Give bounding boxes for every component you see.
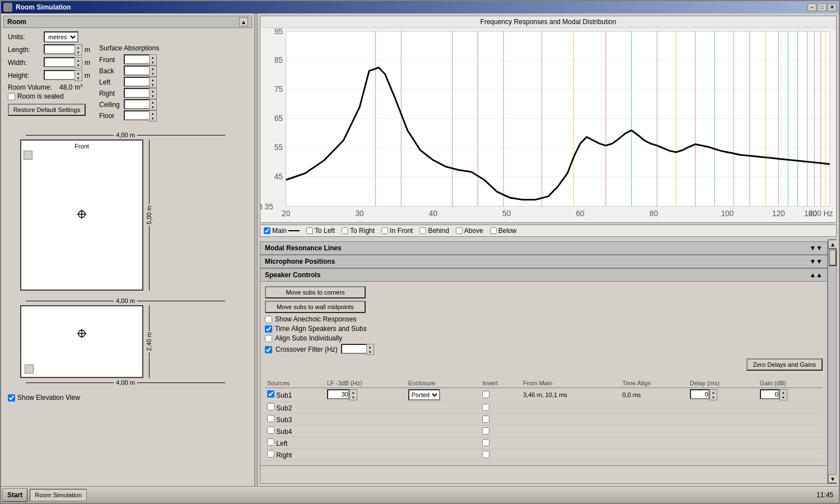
floor-down-btn[interactable]: ▾ bbox=[150, 116, 156, 121]
fp1-crosshair[interactable] bbox=[76, 209, 87, 222]
front-input[interactable]: 0,10 bbox=[124, 54, 149, 64]
mic-section-header[interactable]: Microphone Positions ▼▼ bbox=[260, 255, 827, 268]
move-corners-button[interactable]: Move subs to corners bbox=[265, 286, 366, 298]
right-input[interactable]: 0,10 bbox=[124, 88, 149, 98]
delay-input[interactable] bbox=[690, 389, 710, 399]
units-select[interactable]: metres bbox=[44, 31, 78, 43]
ceiling-down-btn[interactable]: ▾ bbox=[150, 105, 156, 110]
scrollbar[interactable]: ▲ ▼ bbox=[828, 239, 837, 484]
legend-to-left-checkbox[interactable] bbox=[306, 227, 313, 234]
invert-checkbox[interactable] bbox=[482, 427, 489, 435]
front-up-btn[interactable]: ▴ bbox=[150, 55, 156, 60]
delay-down-btn[interactable]: ▾ bbox=[710, 395, 717, 400]
start-button[interactable]: Start bbox=[2, 488, 27, 502]
source-checkbox[interactable] bbox=[267, 450, 274, 458]
width-input[interactable]: 4,00 bbox=[44, 57, 74, 67]
scroll-up-btn[interactable]: ▲ bbox=[828, 240, 837, 249]
taskbar-item-1[interactable]: Room Simulation bbox=[30, 489, 87, 501]
legend-to-right-checkbox[interactable] bbox=[342, 227, 348, 234]
room-collapse-btn[interactable]: ▲ bbox=[239, 17, 248, 26]
show-anechoic-checkbox[interactable] bbox=[265, 316, 272, 323]
lf-down-btn[interactable]: ▾ bbox=[350, 395, 357, 400]
enclosure-select[interactable]: Ported bbox=[408, 389, 440, 400]
window-controls: – □ ✕ bbox=[808, 3, 837, 11]
app-icon bbox=[3, 3, 12, 12]
crossover-input[interactable]: 80 bbox=[341, 344, 366, 354]
height-input[interactable]: 2,40 bbox=[44, 70, 74, 80]
width-up-btn[interactable]: ▴ bbox=[75, 58, 82, 63]
right-up-btn[interactable]: ▴ bbox=[150, 88, 156, 94]
align-subs-checkbox[interactable] bbox=[265, 335, 272, 342]
source-delay-cell bbox=[688, 449, 758, 461]
lf-input[interactable] bbox=[327, 389, 349, 399]
invert-checkbox[interactable] bbox=[482, 451, 489, 458]
source-checkbox[interactable] bbox=[267, 415, 274, 422]
source-checkbox[interactable] bbox=[267, 438, 274, 446]
crossover-checkbox[interactable] bbox=[265, 346, 272, 353]
invert-checkbox[interactable] bbox=[482, 404, 489, 411]
bottom-floorplan-rect bbox=[20, 305, 143, 378]
svg-text:80: 80 bbox=[650, 209, 658, 218]
lf-up-btn[interactable]: ▴ bbox=[350, 390, 357, 395]
restore-defaults-button[interactable]: Restore Default Settings bbox=[8, 104, 86, 116]
ceiling-up-btn[interactable]: ▴ bbox=[150, 100, 156, 105]
speaker-section-header[interactable]: Speaker Controls ▲▲ bbox=[260, 269, 827, 282]
length-down-btn[interactable]: ▾ bbox=[75, 50, 82, 55]
legend-main-checkbox[interactable] bbox=[264, 227, 270, 234]
maximize-button[interactable]: □ bbox=[818, 3, 827, 11]
width-down-btn[interactable]: ▾ bbox=[75, 63, 82, 68]
source-time-align-cell: 0,0 ms bbox=[620, 388, 687, 402]
front-down-btn[interactable]: ▾ bbox=[150, 60, 156, 65]
source-checkbox[interactable] bbox=[267, 390, 274, 398]
left-up-btn[interactable]: ▴ bbox=[150, 77, 156, 82]
back-input[interactable]: 0,10 bbox=[124, 66, 149, 76]
legend-in-front-checkbox[interactable] bbox=[381, 227, 388, 234]
scroll-down-btn[interactable]: ▼ bbox=[828, 474, 837, 483]
floor-input[interactable]: 0,05 bbox=[124, 110, 149, 120]
time-align-checkbox[interactable] bbox=[265, 325, 272, 333]
left-down-btn[interactable]: ▾ bbox=[150, 82, 156, 87]
back-down-btn[interactable]: ▾ bbox=[150, 71, 156, 76]
legend-behind-checkbox[interactable] bbox=[419, 227, 426, 234]
legend-above-label: Above bbox=[464, 227, 483, 235]
height-down-btn[interactable]: ▾ bbox=[75, 76, 82, 81]
length-up-btn[interactable]: ▴ bbox=[75, 45, 82, 50]
sealed-checkbox[interactable] bbox=[8, 93, 15, 100]
legend-below-checkbox[interactable] bbox=[490, 227, 497, 234]
right-down-btn[interactable]: ▾ bbox=[150, 94, 156, 99]
chart-area: Frequency Responses and Modal Distributi… bbox=[260, 16, 837, 223]
length-label: Length: bbox=[8, 46, 41, 54]
floor-spinner-btns: ▴ ▾ bbox=[149, 110, 157, 122]
minimize-button[interactable]: – bbox=[808, 3, 816, 11]
source-checkbox[interactable] bbox=[267, 403, 274, 410]
gain-up-btn[interactable]: ▴ bbox=[780, 390, 787, 395]
show-elevation-checkbox[interactable] bbox=[8, 394, 15, 402]
close-button[interactable]: ✕ bbox=[828, 3, 837, 11]
crossover-spinner: 80 ▴ ▾ bbox=[341, 344, 374, 355]
delay-up-btn[interactable]: ▴ bbox=[710, 390, 717, 395]
invert-checkbox[interactable] bbox=[482, 416, 489, 423]
floor-up-btn[interactable]: ▴ bbox=[150, 111, 156, 116]
ceiling-input[interactable]: 0,10 bbox=[124, 99, 149, 109]
source-delay-cell bbox=[688, 426, 758, 437]
invert-checkbox[interactable] bbox=[482, 439, 489, 446]
source-name: Sub4 bbox=[274, 428, 292, 436]
zero-delays-button[interactable]: Zero Delays and Gains bbox=[746, 358, 823, 371]
move-midpoints-button[interactable]: Move subs to wall midpoints bbox=[265, 301, 366, 313]
source-from-main-cell bbox=[521, 437, 620, 449]
modal-section-header[interactable]: Modal Resonance Lines ▼▼ bbox=[260, 242, 827, 255]
source-enclosure-cell bbox=[406, 414, 480, 426]
crossover-down-btn[interactable]: ▾ bbox=[367, 349, 374, 354]
source-checkbox[interactable] bbox=[267, 427, 274, 434]
legend-above-checkbox[interactable] bbox=[456, 227, 463, 234]
crossover-up-btn[interactable]: ▴ bbox=[367, 344, 374, 349]
scroll-thumb[interactable] bbox=[829, 249, 837, 266]
length-input[interactable]: 5,00 bbox=[44, 44, 74, 54]
height-up-btn[interactable]: ▴ bbox=[75, 71, 82, 76]
invert-checkbox[interactable] bbox=[482, 391, 489, 398]
fp2-crosshair[interactable] bbox=[76, 328, 87, 341]
gain-input[interactable] bbox=[760, 389, 780, 399]
gain-down-btn[interactable]: ▾ bbox=[780, 395, 787, 400]
left-input[interactable]: 0,10 bbox=[124, 77, 149, 87]
back-up-btn[interactable]: ▴ bbox=[150, 66, 156, 71]
